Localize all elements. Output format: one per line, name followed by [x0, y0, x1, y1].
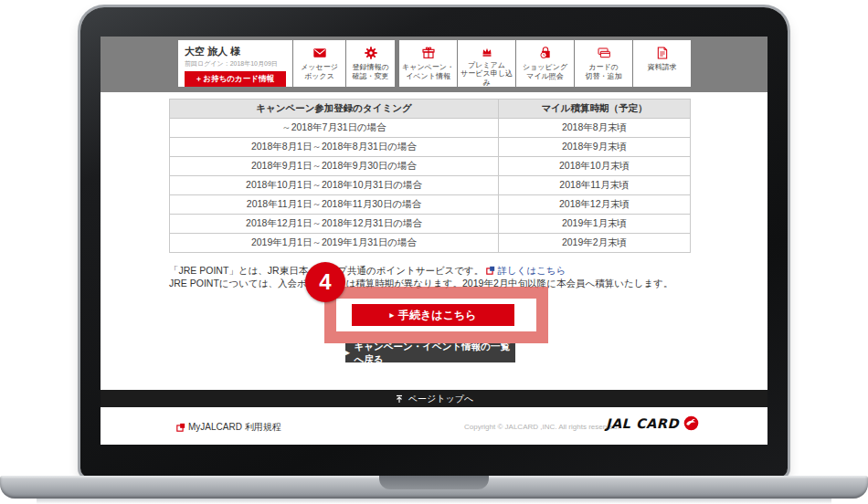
jre-point-notes: 「JRE POINT」とは、JR東日本グループ共通のポイントサービスです。詳しく…: [169, 265, 672, 289]
nav-item-message-box[interactable]: メッセージ ボックス: [293, 40, 345, 87]
arrow-right-icon: ▸: [345, 349, 350, 357]
table-row: 2018年10月1日～2018年10月31日の場合2018年11月末頃: [170, 176, 691, 195]
external-link-icon: [486, 266, 495, 275]
card-info-button[interactable]: + お持ちのカード情報: [185, 71, 286, 87]
column-header-period: マイル積算時期（予定）: [499, 100, 691, 119]
table-header-row: キャンペーン参加登録のタイミング マイル積算時期（予定）: [170, 100, 691, 119]
user-info-box: 大空 旅人 様 前回ログイン：2018年10月09日 + お持ちのカード情報: [178, 40, 292, 87]
page: 大空 旅人 様 前回ログイン：2018年10月09日 + お持ちのカード情報 メ…: [0, 0, 868, 504]
note-line-1: 「JRE POINT」とは、JR東日本グループ共通のポイントサービスです。詳しく…: [169, 265, 672, 278]
laptop-base-reflection: [37, 499, 831, 504]
terms-link[interactable]: MyJALCARD 利用規程: [176, 421, 281, 434]
gear-icon: [364, 46, 378, 60]
laptop-base-notch: [379, 476, 489, 489]
mail-icon: [312, 46, 327, 60]
nav-item-label: キャンペーン・ イベント情報: [402, 63, 454, 80]
page-top-button[interactable]: ページトップへ: [101, 390, 767, 407]
header-row: 大空 旅人 様 前回ログイン：2018年10月09日 + お持ちのカード情報 メ…: [178, 40, 691, 87]
screen: 大空 旅人 様 前回ログイン：2018年10月09日 + お持ちのカード情報 メ…: [101, 37, 767, 445]
document-icon: [655, 46, 670, 60]
table-row: 2018年9月1日～2018年9月30日の場合2018年10月末頃: [170, 157, 691, 176]
details-link[interactable]: 詳しくはこちら: [497, 265, 566, 276]
gift-icon: [421, 46, 436, 60]
mile-schedule-table: キャンペーン参加登録のタイミング マイル積算時期（予定） ～2018年7月31日…: [169, 99, 691, 253]
nav-item-request-materials[interactable]: 資料請求: [633, 40, 691, 87]
nav-item-card-switch[interactable]: カードの 切替・追加: [575, 40, 632, 87]
jal-crane-icon: [683, 415, 699, 431]
site-footer: MyJALCARD 利用規程 Copyright © JALCARD ,INC.…: [101, 407, 767, 445]
jalcard-wordmark: JAL CARD: [606, 416, 679, 431]
arrow-to-top-icon: [395, 394, 404, 404]
nav-item-shopping-mile[interactable]: ショッピング マイル照会: [516, 40, 574, 87]
column-header-timing: キャンペーン参加登録のタイミング: [170, 100, 499, 119]
external-link-icon: [176, 423, 185, 432]
nav-item-registration[interactable]: 登録情報の 確認・変更: [346, 40, 395, 87]
nav-item-label: メッセージ ボックス: [301, 63, 338, 80]
jalcard-logo: JAL CARD: [606, 415, 699, 431]
shopping-bag-icon: [538, 46, 553, 60]
nav-item-premium[interactable]: プレミアム サービス申し込み: [458, 40, 515, 87]
annotation-highlight-box: [324, 287, 548, 343]
user-name: 大空 旅人 様: [185, 45, 286, 58]
table-row: 2018年11月1日～2018年11月30日の場合2018年12月末頃: [170, 195, 691, 215]
step-number-badge: 4: [305, 262, 345, 302]
table-row: 2018年12月1日～2018年12月31日の場合2019年1月末頃: [170, 215, 691, 234]
nav-item-label: ショッピング マイル照会: [523, 63, 567, 80]
nav-group-gap: [396, 40, 398, 87]
nav-item-campaign[interactable]: キャンペーン・ イベント情報: [399, 40, 457, 87]
copyright-text: Copyright © JALCARD ,INC. All rights res…: [464, 423, 619, 431]
nav-item-label: 資料請求: [648, 63, 677, 72]
nav-item-label: カードの 切替・追加: [586, 63, 622, 80]
table-row: ～2018年7月31日の場合2018年8月末頃: [170, 119, 691, 138]
nav-item-label: プレミアム サービス申し込み: [458, 61, 515, 88]
last-login: 前回ログイン：2018年10月09日: [185, 59, 286, 68]
back-to-campaign-list-button[interactable]: ▸ キャンペーン・イベント情報の一覧へ戻る: [345, 343, 515, 362]
table-row: 2019年1月1日～2019年1月31日の場合2019年2月末頃: [170, 234, 691, 253]
crown-icon: [480, 46, 494, 58]
table-row: 2018年8月1日～2018年8月31日の場合2018年9月末頃: [170, 138, 691, 157]
nav-item-label: 登録情報の 確認・変更: [352, 63, 388, 80]
site-header: 大空 旅人 様 前回ログイン：2018年10月09日 + お持ちのカード情報 メ…: [101, 37, 767, 92]
cards-icon: [597, 46, 611, 60]
plus-icon: +: [196, 75, 201, 84]
